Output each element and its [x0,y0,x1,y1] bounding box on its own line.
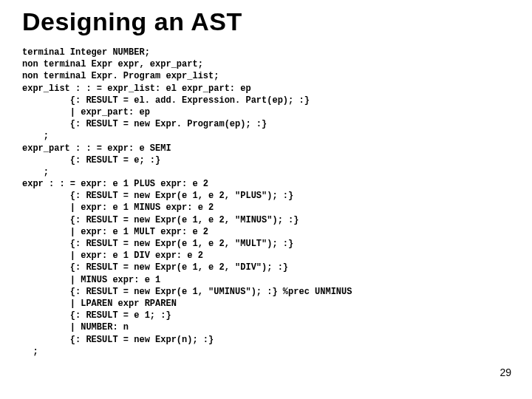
page-number: 29 [499,366,511,378]
code-block: terminal Integer NUMBER; non terminal Ex… [22,47,510,358]
slide-title: Designing an AST [22,7,510,36]
